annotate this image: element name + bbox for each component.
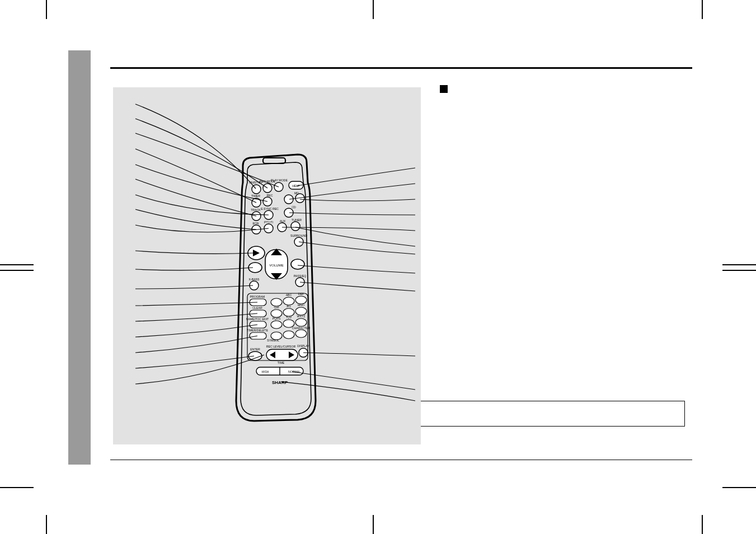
svg-text:CLEAR: CLEAR <box>252 306 262 310</box>
svg-point-15 <box>291 222 300 231</box>
svg-point-7 <box>284 195 293 204</box>
svg-text:PQRS: PQRS <box>273 317 281 320</box>
svg-text:WXYZ: WXYZ <box>297 315 306 318</box>
footer-rule <box>110 460 692 460</box>
svg-text:X-BASS: X-BASS <box>248 278 260 281</box>
svg-point-37 <box>295 318 307 326</box>
svg-text:PTY-TI: PTY-TI <box>264 221 273 224</box>
svg-text:SURROUND: SURROUND <box>290 234 307 237</box>
svg-text:MNO: MNO <box>298 303 304 307</box>
svg-rect-27 <box>250 321 266 328</box>
svg-point-39 <box>283 331 294 339</box>
svg-point-34 <box>295 307 307 315</box>
svg-rect-28 <box>250 332 266 339</box>
svg-text:TUV: TUV <box>286 316 292 319</box>
svg-text:TIMER/DELETE: TIMER/DELETE <box>247 329 268 332</box>
svg-text:TIMER: TIMER <box>251 194 260 198</box>
svg-rect-26 <box>250 310 266 317</box>
svg-text:TRACK: TRACK <box>251 208 261 212</box>
svg-text:PROGRAM: PROGRAM <box>250 295 265 298</box>
svg-text:AUX: AUX <box>280 219 286 223</box>
svg-text:SYMBOL: SYMBOL <box>267 339 279 342</box>
svg-point-21 <box>291 259 304 269</box>
section-side-tab <box>68 50 91 465</box>
svg-text:DISPLAY: DISPLAY <box>297 344 309 348</box>
svg-text:MD: MD <box>294 191 299 195</box>
svg-text:TIME: TIME <box>278 361 285 364</box>
svg-text:REC: REC <box>267 194 273 197</box>
svg-point-31 <box>295 296 307 304</box>
svg-text:NAME/TOC EDIT: NAME/TOC EDIT <box>246 317 269 321</box>
svg-text:CHARACTER: CHARACTER <box>292 326 311 330</box>
svg-text:PLAY MODE: PLAY MODE <box>271 179 288 182</box>
svg-text:ABC: ABC <box>286 293 292 297</box>
notes-box <box>376 401 685 427</box>
svg-point-33 <box>283 308 294 316</box>
svg-text:PASS/EQ: PASS/EQ <box>294 274 306 278</box>
header-rule <box>110 67 692 69</box>
svg-text:GHI: GHI <box>274 306 279 309</box>
svg-point-40 <box>295 330 307 338</box>
svg-text:REC LEVEL/CURSOR: REC LEVEL/CURSOR <box>266 345 296 348</box>
svg-text:HIGH: HIGH <box>262 370 269 373</box>
svg-text:EON: EON <box>252 222 259 225</box>
svg-text:HELP: HELP <box>292 184 300 188</box>
svg-point-32 <box>271 310 282 317</box>
volume-label: VOLUME <box>269 264 283 267</box>
svg-text:JKL: JKL <box>287 305 292 308</box>
page-frame: VOLUME <box>68 50 695 465</box>
svg-text:E.SYNC REC: E.SYNC REC <box>261 207 279 210</box>
svg-text:TUNER: TUNER <box>292 218 302 222</box>
section-bullet <box>440 85 448 93</box>
svg-text:ENTER: ENTER <box>250 348 260 351</box>
remote-illustration: VOLUME <box>113 87 421 444</box>
svg-text:DEF: DEF <box>298 292 304 296</box>
svg-point-29 <box>271 298 282 306</box>
svg-text:CD: CD <box>292 205 296 209</box>
svg-point-30 <box>283 297 294 305</box>
svg-point-35 <box>271 321 282 329</box>
svg-point-41 <box>248 352 262 360</box>
